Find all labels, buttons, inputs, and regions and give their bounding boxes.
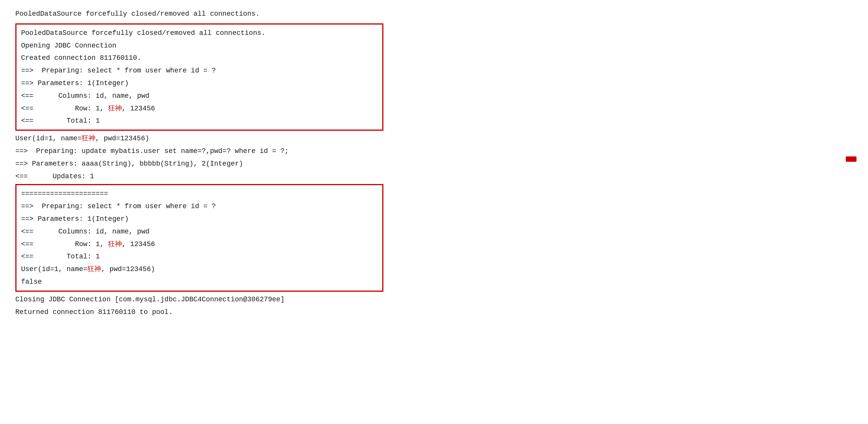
box1-line-5: ==> Parameters: 1(Integer) [21, 77, 378, 90]
red-box-2: ===================== ==> Preparing: sel… [15, 184, 383, 291]
box1-line-6: <== Columns: id, name, pwd [21, 90, 378, 102]
box1-line-8: <== Total: 1 [21, 115, 378, 127]
mid-line-2: ==> Preparing: update mybatis.user set n… [15, 145, 845, 158]
bottom-line-1: Closing JDBC Connection [com.mysql.jdbc.… [15, 293, 845, 306]
box2-line-5: <== Row: 1, 狂神, 123456 [21, 238, 378, 251]
box1-line-1: PooledDataSource forcefully closed/remov… [21, 27, 378, 39]
box2-line-2: ==> Preparing: select * from user where … [21, 200, 378, 213]
box1-line-7: <== Row: 1, 狂神, 123456 [21, 102, 378, 115]
chinese-text-4: 狂神 [87, 265, 101, 273]
mid-line-3: ==> Parameters: aaaa(String), bbbbb(Stri… [15, 158, 845, 170]
box1-line-4: ==> Preparing: select * from user where … [21, 64, 378, 77]
console-output: PooledDataSource forcefully closed/remov… [0, 0, 868, 326]
chinese-text-1: 狂神 [108, 105, 122, 112]
bottom-line-2: Returned connection 811760110 to pool. [15, 306, 845, 319]
chinese-text-3: 狂神 [108, 240, 122, 248]
mid-line-4: <== Updates: 1 [15, 170, 845, 183]
box2-line-4: <== Columns: id, name, pwd [21, 225, 378, 238]
box2-line-1: ===================== [21, 187, 378, 200]
box2-line-7: User(id=1, name=狂神, pwd=123456) [21, 263, 378, 276]
chinese-text-2: 狂神 [82, 135, 95, 142]
top-line: PooledDataSource forcefully closed/remov… [15, 8, 845, 20]
box2-line-6: <== Total: 1 [21, 250, 378, 263]
box2-line-8: false [21, 276, 378, 288]
mid-line-1: User(id=1, name=狂神, pwd=123456) [15, 132, 845, 145]
red-box-1: PooledDataSource forcefully closed/remov… [15, 23, 383, 131]
box1-line-3: Created connection 811760110. [21, 52, 378, 64]
box2-line-3: ==> Parameters: 1(Integer) [21, 213, 378, 225]
scrollbar-indicator[interactable] [846, 156, 856, 162]
box1-line-2: Opening JDBC Connection [21, 39, 378, 52]
